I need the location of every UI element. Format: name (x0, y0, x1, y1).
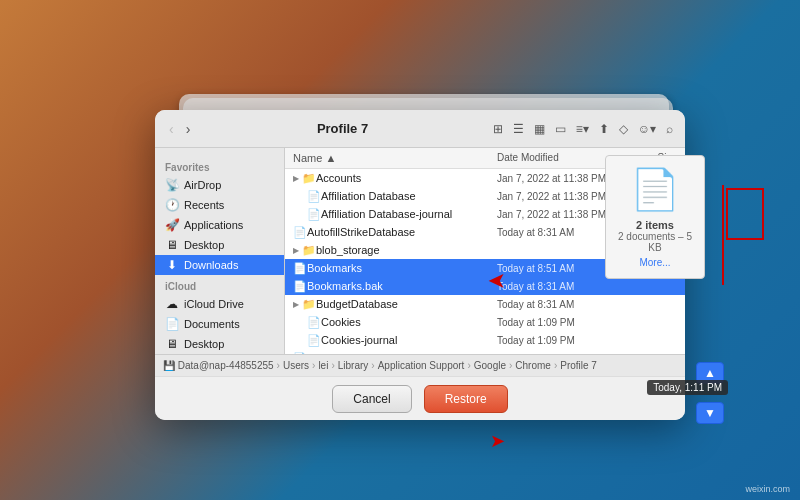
file-icon: 📄 (307, 334, 321, 347)
tag-btn[interactable]: ◇ (617, 120, 630, 138)
documents-icon: 📄 (165, 317, 179, 331)
preview-pane: 📄 2 items 2 documents – 5 KB More... (605, 155, 705, 279)
icloud-drive-label: iCloud Drive (184, 298, 244, 310)
gallery-view-btn[interactable]: ▭ (553, 120, 568, 138)
column-view-btn[interactable]: ▦ (532, 120, 547, 138)
scroll-down-button[interactable]: ▼ (696, 402, 724, 424)
folder-icon: 📁 (302, 298, 316, 311)
sidebar-item-icloud-drive[interactable]: ☁ iCloud Drive (155, 294, 284, 314)
path-item[interactable]: Profile 7 (560, 360, 597, 371)
table-row[interactable]: 📄 Cookies-journal Today at 1:09 PM (285, 331, 685, 349)
icon-view-btn[interactable]: ⊞ (491, 120, 505, 138)
annotation-arrow-restore: ➤ (490, 430, 505, 452)
preview-items-count: 2 items (614, 219, 696, 231)
file-icon: 📄 (307, 208, 321, 221)
preview-file-icon: 📄 (614, 166, 696, 213)
file-icon: 📄 (307, 316, 321, 329)
downloads-icon: ⬇ (165, 258, 179, 272)
expand-icon: ▶ (293, 300, 299, 309)
quick-look-btn[interactable]: ☺▾ (636, 120, 658, 138)
button-bar: Cancel Restore (155, 376, 685, 420)
sidebar: Favorites 📡 AirDrop 🕐 Recents 🚀 Applicat… (155, 148, 285, 354)
table-row[interactable]: 📄 Cookies Today at 1:09 PM (285, 313, 685, 331)
list-view-btn[interactable]: ☰ (511, 120, 526, 138)
desktop-label: Desktop (184, 239, 224, 251)
sidebar-item-downloads[interactable]: ⬇ Downloads (155, 255, 284, 275)
sort-btn[interactable]: ≡▾ (574, 120, 591, 138)
cancel-button[interactable]: Cancel (332, 385, 411, 413)
brand-text: weixin.com (745, 484, 790, 494)
applications-icon: 🚀 (165, 218, 179, 232)
sidebar-item-documents[interactable]: 📄 Documents (155, 314, 284, 334)
back-button[interactable]: ‹ (165, 119, 178, 139)
search-btn[interactable]: ⌕ (664, 120, 675, 138)
recents-label: Recents (184, 199, 224, 211)
path-item[interactable]: lei (318, 360, 328, 371)
sidebar-item-desktop2[interactable]: 🖥 Desktop (155, 334, 284, 354)
window-title: Profile 7 (202, 121, 482, 136)
col-name-header: Name ▲ (293, 152, 497, 164)
table-row[interactable]: ▶📁 BudgetDatabase Today at 8:31 AM (285, 295, 685, 313)
path-item[interactable]: Library (338, 360, 369, 371)
desktop-icon: 🖥 (165, 238, 179, 252)
expand-icon: ▶ (293, 174, 299, 183)
red-line (722, 185, 724, 285)
sidebar-item-recents[interactable]: 🕐 Recents (155, 195, 284, 215)
applications-label: Applications (184, 219, 243, 231)
finder-toolbar: ‹ › Profile 7 ⊞ ☰ ▦ ▭ ≡▾ ⬆ ◇ ☺▾ ⌕ (155, 110, 685, 148)
file-icon: 📄 (293, 280, 307, 293)
path-item[interactable]: Chrome (515, 360, 551, 371)
forward-button[interactable]: › (182, 119, 195, 139)
toolbar-view-icons: ⊞ ☰ ▦ ▭ ≡▾ ⬆ ◇ ☺▾ ⌕ (491, 120, 675, 138)
date-pill: Today, 1:11 PM (647, 380, 728, 395)
nav-buttons: ‹ › (165, 119, 194, 139)
icloud-drive-icon: ☁ (165, 297, 179, 311)
recents-icon: 🕐 (165, 198, 179, 212)
folder-icon: 📁 (302, 172, 316, 185)
path-item[interactable]: Application Support (378, 360, 465, 371)
favorites-label: Favorites (155, 156, 284, 175)
desktop2-label: Desktop (184, 338, 224, 350)
file-icon: 📄 (307, 190, 321, 203)
share-btn[interactable]: ⬆ (597, 120, 611, 138)
folder-icon: 📁 (302, 244, 316, 257)
expand-icon: ▶ (293, 246, 299, 255)
path-item[interactable]: Users (283, 360, 309, 371)
downloads-label: Downloads (184, 259, 238, 271)
desktop2-icon: 🖥 (165, 337, 179, 351)
path-item[interactable]: Google (474, 360, 506, 371)
file-icon: 📄 (293, 226, 307, 239)
table-row[interactable]: 📄 Bookmarks.bak Today at 8:31 AM (285, 277, 685, 295)
restore-button[interactable]: Restore (424, 385, 508, 413)
path-item[interactable]: 💾 Data@nap-44855255 (163, 360, 274, 371)
sidebar-item-applications[interactable]: 🚀 Applications (155, 215, 284, 235)
preview-more-btn[interactable]: More... (614, 257, 696, 268)
annotation-arrow: ➤ (488, 268, 506, 294)
sidebar-item-airdrop[interactable]: 📡 AirDrop (155, 175, 284, 195)
path-bar: 💾 Data@nap-44855255 › Users › lei › Libr… (155, 354, 685, 376)
brand-label: weixin.com (745, 484, 790, 494)
sidebar-item-desktop[interactable]: 🖥 Desktop (155, 235, 284, 255)
documents-label: Documents (184, 318, 240, 330)
file-icon: 📄 (293, 262, 307, 275)
icloud-label: iCloud (155, 275, 284, 294)
airdrop-label: AirDrop (184, 179, 221, 191)
preview-items-desc: 2 documents – 5 KB (614, 231, 696, 253)
airdrop-icon: 📡 (165, 178, 179, 192)
